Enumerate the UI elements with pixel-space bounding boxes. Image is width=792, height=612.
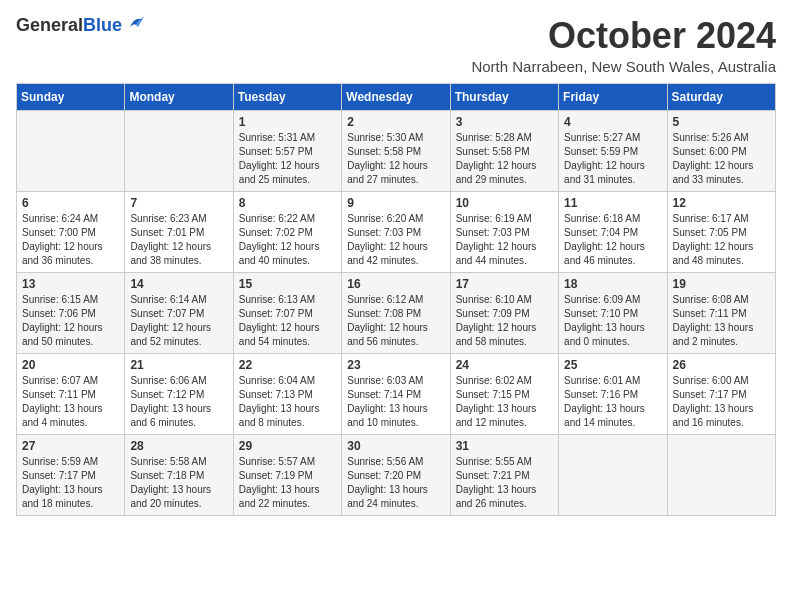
calendar-cell: 1Sunrise: 5:31 AM Sunset: 5:57 PM Daylig… <box>233 110 341 191</box>
calendar-cell: 8Sunrise: 6:22 AM Sunset: 7:02 PM Daylig… <box>233 191 341 272</box>
cell-day-number: 10 <box>456 196 553 210</box>
cell-info: Sunrise: 6:22 AM Sunset: 7:02 PM Dayligh… <box>239 212 336 268</box>
cell-info: Sunrise: 6:17 AM Sunset: 7:05 PM Dayligh… <box>673 212 770 268</box>
day-header-saturday: Saturday <box>667 83 775 110</box>
cell-day-number: 22 <box>239 358 336 372</box>
cell-info: Sunrise: 6:00 AM Sunset: 7:17 PM Dayligh… <box>673 374 770 430</box>
calendar-cell: 25Sunrise: 6:01 AM Sunset: 7:16 PM Dayli… <box>559 353 667 434</box>
cell-info: Sunrise: 6:24 AM Sunset: 7:00 PM Dayligh… <box>22 212 119 268</box>
cell-info: Sunrise: 6:09 AM Sunset: 7:10 PM Dayligh… <box>564 293 661 349</box>
cell-info: Sunrise: 5:56 AM Sunset: 7:20 PM Dayligh… <box>347 455 444 511</box>
calendar-cell: 31Sunrise: 5:55 AM Sunset: 7:21 PM Dayli… <box>450 434 558 515</box>
cell-info: Sunrise: 6:07 AM Sunset: 7:11 PM Dayligh… <box>22 374 119 430</box>
cell-day-number: 26 <box>673 358 770 372</box>
calendar-week-row: 1Sunrise: 5:31 AM Sunset: 5:57 PM Daylig… <box>17 110 776 191</box>
cell-day-number: 13 <box>22 277 119 291</box>
calendar-cell <box>125 110 233 191</box>
calendar-cell <box>17 110 125 191</box>
cell-day-number: 19 <box>673 277 770 291</box>
calendar-cell: 3Sunrise: 5:28 AM Sunset: 5:58 PM Daylig… <box>450 110 558 191</box>
cell-info: Sunrise: 6:10 AM Sunset: 7:09 PM Dayligh… <box>456 293 553 349</box>
cell-info: Sunrise: 5:59 AM Sunset: 7:17 PM Dayligh… <box>22 455 119 511</box>
cell-day-number: 7 <box>130 196 227 210</box>
calendar-cell: 28Sunrise: 5:58 AM Sunset: 7:18 PM Dayli… <box>125 434 233 515</box>
cell-info: Sunrise: 6:02 AM Sunset: 7:15 PM Dayligh… <box>456 374 553 430</box>
cell-info: Sunrise: 5:27 AM Sunset: 5:59 PM Dayligh… <box>564 131 661 187</box>
calendar-cell: 12Sunrise: 6:17 AM Sunset: 7:05 PM Dayli… <box>667 191 775 272</box>
calendar-cell: 5Sunrise: 5:26 AM Sunset: 6:00 PM Daylig… <box>667 110 775 191</box>
calendar-cell: 17Sunrise: 6:10 AM Sunset: 7:09 PM Dayli… <box>450 272 558 353</box>
calendar-cell: 15Sunrise: 6:13 AM Sunset: 7:07 PM Dayli… <box>233 272 341 353</box>
logo-blue-text: Blue <box>83 15 122 35</box>
calendar-cell: 13Sunrise: 6:15 AM Sunset: 7:06 PM Dayli… <box>17 272 125 353</box>
cell-day-number: 9 <box>347 196 444 210</box>
calendar-cell: 14Sunrise: 6:14 AM Sunset: 7:07 PM Dayli… <box>125 272 233 353</box>
cell-day-number: 14 <box>130 277 227 291</box>
cell-day-number: 25 <box>564 358 661 372</box>
cell-day-number: 18 <box>564 277 661 291</box>
location-title: North Narrabeen, New South Wales, Austra… <box>471 58 776 75</box>
cell-info: Sunrise: 6:20 AM Sunset: 7:03 PM Dayligh… <box>347 212 444 268</box>
cell-day-number: 11 <box>564 196 661 210</box>
cell-day-number: 28 <box>130 439 227 453</box>
cell-day-number: 3 <box>456 115 553 129</box>
cell-day-number: 31 <box>456 439 553 453</box>
calendar-cell: 21Sunrise: 6:06 AM Sunset: 7:12 PM Dayli… <box>125 353 233 434</box>
cell-info: Sunrise: 5:31 AM Sunset: 5:57 PM Dayligh… <box>239 131 336 187</box>
calendar-cell: 19Sunrise: 6:08 AM Sunset: 7:11 PM Dayli… <box>667 272 775 353</box>
cell-day-number: 21 <box>130 358 227 372</box>
calendar-cell: 26Sunrise: 6:00 AM Sunset: 7:17 PM Dayli… <box>667 353 775 434</box>
calendar-cell: 30Sunrise: 5:56 AM Sunset: 7:20 PM Dayli… <box>342 434 450 515</box>
calendar-cell: 7Sunrise: 6:23 AM Sunset: 7:01 PM Daylig… <box>125 191 233 272</box>
cell-day-number: 24 <box>456 358 553 372</box>
title-block: October 2024 North Narrabeen, New South … <box>471 16 776 75</box>
day-header-sunday: Sunday <box>17 83 125 110</box>
cell-info: Sunrise: 6:08 AM Sunset: 7:11 PM Dayligh… <box>673 293 770 349</box>
cell-day-number: 30 <box>347 439 444 453</box>
cell-info: Sunrise: 6:03 AM Sunset: 7:14 PM Dayligh… <box>347 374 444 430</box>
cell-info: Sunrise: 5:58 AM Sunset: 7:18 PM Dayligh… <box>130 455 227 511</box>
logo-general-text: General <box>16 15 83 35</box>
cell-day-number: 2 <box>347 115 444 129</box>
cell-day-number: 27 <box>22 439 119 453</box>
cell-day-number: 16 <box>347 277 444 291</box>
logo-bird-icon <box>124 13 146 35</box>
day-header-tuesday: Tuesday <box>233 83 341 110</box>
calendar-week-row: 20Sunrise: 6:07 AM Sunset: 7:11 PM Dayli… <box>17 353 776 434</box>
day-header-wednesday: Wednesday <box>342 83 450 110</box>
cell-info: Sunrise: 6:12 AM Sunset: 7:08 PM Dayligh… <box>347 293 444 349</box>
cell-info: Sunrise: 6:04 AM Sunset: 7:13 PM Dayligh… <box>239 374 336 430</box>
calendar-cell: 18Sunrise: 6:09 AM Sunset: 7:10 PM Dayli… <box>559 272 667 353</box>
cell-info: Sunrise: 6:23 AM Sunset: 7:01 PM Dayligh… <box>130 212 227 268</box>
cell-day-number: 8 <box>239 196 336 210</box>
cell-info: Sunrise: 5:57 AM Sunset: 7:19 PM Dayligh… <box>239 455 336 511</box>
calendar-cell: 22Sunrise: 6:04 AM Sunset: 7:13 PM Dayli… <box>233 353 341 434</box>
calendar-table: SundayMondayTuesdayWednesdayThursdayFrid… <box>16 83 776 516</box>
cell-info: Sunrise: 6:14 AM Sunset: 7:07 PM Dayligh… <box>130 293 227 349</box>
calendar-cell: 11Sunrise: 6:18 AM Sunset: 7:04 PM Dayli… <box>559 191 667 272</box>
cell-day-number: 23 <box>347 358 444 372</box>
calendar-cell: 29Sunrise: 5:57 AM Sunset: 7:19 PM Dayli… <box>233 434 341 515</box>
day-header-thursday: Thursday <box>450 83 558 110</box>
calendar-week-row: 13Sunrise: 6:15 AM Sunset: 7:06 PM Dayli… <box>17 272 776 353</box>
days-header-row: SundayMondayTuesdayWednesdayThursdayFrid… <box>17 83 776 110</box>
cell-info: Sunrise: 6:06 AM Sunset: 7:12 PM Dayligh… <box>130 374 227 430</box>
calendar-cell: 16Sunrise: 6:12 AM Sunset: 7:08 PM Dayli… <box>342 272 450 353</box>
cell-info: Sunrise: 6:18 AM Sunset: 7:04 PM Dayligh… <box>564 212 661 268</box>
cell-day-number: 5 <box>673 115 770 129</box>
calendar-cell: 9Sunrise: 6:20 AM Sunset: 7:03 PM Daylig… <box>342 191 450 272</box>
calendar-cell: 4Sunrise: 5:27 AM Sunset: 5:59 PM Daylig… <box>559 110 667 191</box>
calendar-week-row: 6Sunrise: 6:24 AM Sunset: 7:00 PM Daylig… <box>17 191 776 272</box>
calendar-cell <box>559 434 667 515</box>
header: GeneralBlue October 2024 North Narrabeen… <box>16 16 776 75</box>
calendar-cell: 20Sunrise: 6:07 AM Sunset: 7:11 PM Dayli… <box>17 353 125 434</box>
day-header-monday: Monday <box>125 83 233 110</box>
logo: GeneralBlue <box>16 16 146 36</box>
cell-info: Sunrise: 5:28 AM Sunset: 5:58 PM Dayligh… <box>456 131 553 187</box>
day-header-friday: Friday <box>559 83 667 110</box>
cell-info: Sunrise: 5:30 AM Sunset: 5:58 PM Dayligh… <box>347 131 444 187</box>
cell-info: Sunrise: 6:13 AM Sunset: 7:07 PM Dayligh… <box>239 293 336 349</box>
cell-info: Sunrise: 5:26 AM Sunset: 6:00 PM Dayligh… <box>673 131 770 187</box>
cell-day-number: 17 <box>456 277 553 291</box>
calendar-cell: 10Sunrise: 6:19 AM Sunset: 7:03 PM Dayli… <box>450 191 558 272</box>
